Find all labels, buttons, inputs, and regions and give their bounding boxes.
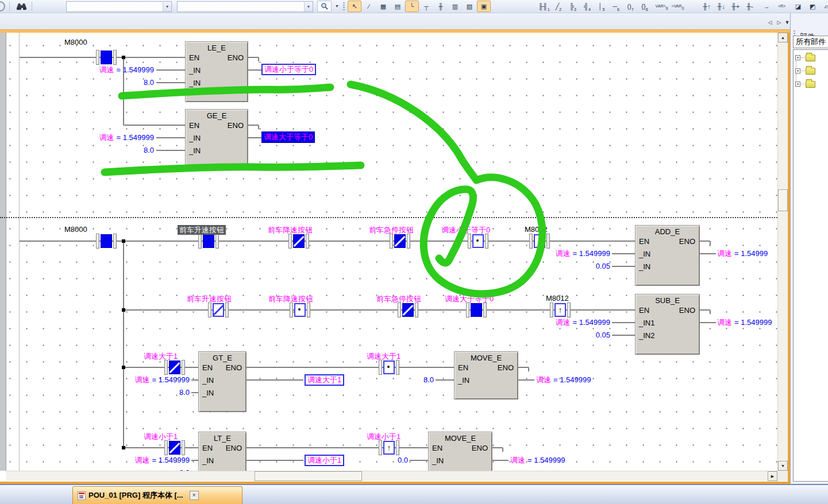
chevron-down-icon[interactable]: ▼ [304,2,313,11]
var-label[interactable]: 调速小于1 [144,432,178,441]
label-mode-tool-icon[interactable]: ▣ [477,1,491,12]
vertical-scrollbar[interactable]: ▲ ▼ [777,33,788,471]
toolbar-grip[interactable] [343,2,345,10]
comment-box-tool-icon[interactable]: ▦ [376,1,390,12]
search-combo[interactable]: ▼ [66,1,172,12]
contact-前车升速按钮[interactable] [208,303,229,317]
output-label[interactable]: 调速大于1 [305,374,344,386]
search-button[interactable] [317,1,332,12]
tree-item-2[interactable]: + [795,65,828,77]
rising-rung-tool-icon[interactable]: ╫↑ [700,1,714,12]
closed-contact-tool-icon[interactable]: ╱2 [552,1,565,12]
var-label[interactable]: 调速大于1 [144,351,178,361]
tab-scroll-left-button[interactable]: ◁ [765,18,775,27]
scroll-down-button[interactable]: ▼ [778,461,788,471]
function-block-ADD_E[interactable]: ADD_EENENO_IN_IN [635,225,700,286]
edit-pencil-tool-icon[interactable]: ∕ [362,1,376,12]
tree-item-1[interactable]: + [795,52,828,64]
scroll-up-button[interactable]: ▲ [778,33,788,42]
chevron-down-icon[interactable]: ▼ [163,2,171,11]
function-block-GT_E[interactable]: GT_EENENO_IN_IN [198,351,247,412]
extra-tool-icon[interactable]: ▱ [820,1,828,12]
tab-1[interactable]: POU_01 [PRG] 程序本体 [...× [72,486,242,504]
expand-plus-icon[interactable]: + [795,55,800,60]
horizontal-line-tool-icon[interactable]: ─6 [609,1,623,12]
device-label[interactable]: M8012 [546,294,569,303]
output-label[interactable]: 调速大于等于0 [261,131,315,143]
open-contact-tool-icon[interactable]: ╟╢1 [537,1,551,12]
output-label-tool-icon[interactable]: ◩ [806,1,819,12]
ladder-editor-canvas[interactable]: LE_EENENO_IN_INGE_EENENO_IN_INADD_EENENO… [0,33,777,471]
contact-调速大于1[interactable] [379,360,399,375]
jump-tool-icon[interactable]: → [760,1,773,12]
function-block-LT_E[interactable]: LT_EENENO_IN_IN [198,432,247,471]
contact-block-tool-icon[interactable]: ╫ [434,1,448,12]
insert-rung-tool-icon[interactable]: ╫+ [729,1,742,12]
function-block-MOVE_E[interactable]: MOVE_EENENO_IN [428,432,492,471]
device-label[interactable]: M8000 [64,38,87,47]
var-label[interactable]: 前车急停按钮 [376,294,421,304]
contact-调速小于1[interactable]: ↑ [379,440,399,455]
var-label[interactable]: 前车升速按钮 [187,294,232,304]
open-branch-tool-icon[interactable]: ╠3 [566,1,580,12]
contact-M8000[interactable] [96,234,117,249]
instruction-tool-icon[interactable]: {}8 [638,1,652,12]
horizontal-scroll-thumb[interactable] [255,471,362,481]
var-label[interactable]: 前车急停按钮 [369,225,414,235]
selected-var-label[interactable]: 前车升速按钮 [178,225,226,235]
var-label[interactable]: 调速小于等于0 [441,225,490,235]
help-icon[interactable] [0,1,5,11]
return-tool-icon[interactable]: <R> [774,1,790,12]
coil-tool-icon[interactable]: ()7 [623,1,637,12]
contact-前车急停按钮[interactable] [398,303,418,317]
var-label[interactable]: 调速大于1 [367,351,400,361]
contact-调速大于等于0[interactable] [466,303,487,317]
output-label[interactable]: 调速小于1 [305,455,344,466]
var-label[interactable]: 前车降速按钮 [268,294,313,304]
assign-var-tool-icon[interactable]: =VAR0 [670,1,685,12]
block-box-tool-icon[interactable]: ▤ [391,1,405,12]
contact-M8012[interactable]: ↑ [550,303,571,317]
find-binoculars-icon[interactable] [16,2,28,11]
function-block-GE_E[interactable]: GE_EENENO_IN_IN [185,109,248,170]
contact-前车降速按钮[interactable] [288,234,309,249]
vertical-scroll-thumb[interactable] [778,189,788,211]
function-block-SUB_E[interactable]: SUB_EENENO_IN1_IN2 [635,294,700,355]
fb-box-tool-icon[interactable]: ▥ [448,1,462,12]
contact-前车降速按钮[interactable] [290,303,310,317]
contact-调速大于1[interactable] [164,360,185,375]
tab-close-button[interactable]: × [190,491,199,500]
all-parts-dropdown[interactable]: 所有部件 [793,36,828,48]
function-block-LE_E[interactable]: LE_EENENO_IN_IN [185,41,248,102]
array-box-tool-icon[interactable]: ▧ [463,1,476,12]
contact-前车升速按钮[interactable] [198,234,219,249]
var-assign-tool-icon[interactable]: VAR=9 [654,1,669,12]
contact-M8000[interactable] [96,50,117,65]
scope-combo[interactable]: ▼ [177,1,313,12]
horizontal-scrollbar[interactable]: ▶ [6,471,777,481]
tree-item-3[interactable]: + [795,79,828,90]
device-label[interactable]: M8012 [525,225,548,234]
contact-前车急停按钮[interactable] [390,234,410,249]
var-label[interactable]: 前车降速按钮 [268,225,313,235]
falling-rung-tool-icon[interactable]: ╫↓ [714,1,728,12]
select-tool-icon[interactable]: ↖ [348,1,361,12]
delete-rung-tool-icon[interactable]: ╫- [743,1,757,12]
contact-M8012[interactable]: ↑ [529,234,550,249]
vertical-line-tool-icon[interactable]: │5 [595,1,609,12]
expand-plus-icon[interactable]: + [795,68,800,73]
function-block-MOVE_E[interactable]: MOVE_EENENO_IN [454,351,518,400]
device-label[interactable]: M8000 [64,225,87,234]
toolbar-options-button[interactable]: ▼ [333,1,341,12]
closed-branch-tool-icon[interactable]: ╣4 [580,1,594,12]
expand-plus-icon[interactable]: + [795,82,800,87]
contact-调速小于1[interactable] [164,440,185,455]
var-label[interactable]: 调速小于1 [367,432,400,441]
input-label-tool-icon[interactable]: ◪ [791,1,805,12]
branch-tool-icon[interactable]: ┬ [419,1,433,12]
wire-mode-tool-icon[interactable]: └ [405,1,419,12]
var-label[interactable]: 调速大于等于0 [445,294,494,304]
scroll-right-button[interactable]: ▶ [768,471,777,481]
contact-调速小于等于0[interactable] [468,234,488,249]
output-label[interactable]: 调速小于等于0 [261,64,316,75]
